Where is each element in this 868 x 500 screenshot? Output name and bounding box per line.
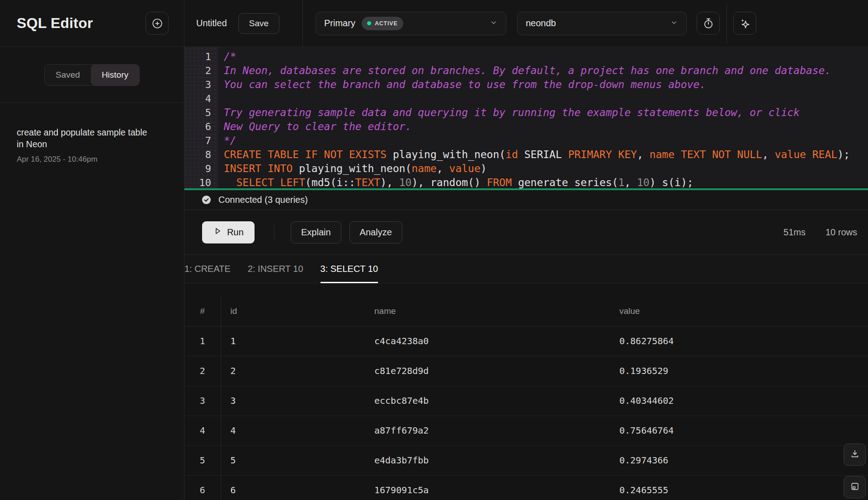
expand-results-button[interactable] [844,476,866,498]
table-cell: eccbc87e4b [370,386,615,416]
table-cell: 6 [221,475,370,500]
new-query-button[interactable] [146,12,169,35]
code-token: ), [380,177,399,188]
save-button[interactable]: Save [238,13,279,34]
table-row: 22c81e728d9d0.1936529 [184,356,868,386]
code-token: , [624,177,637,188]
column-header-value: value [615,297,868,326]
results-tab-2[interactable]: 2: INSERT 10 [248,255,303,283]
history-item[interactable]: create and populate sample table in Neon… [17,126,167,164]
table-cell: 0.2974366 [615,445,868,475]
code-token: name [650,149,675,160]
code-token: 10 [637,177,650,188]
page-title: SQL Editor [17,15,93,32]
download-results-button[interactable] [844,444,866,466]
table-cell: c81e728d9d [370,356,615,386]
line-number: 1 [184,50,211,64]
code-token: ); [837,149,850,160]
results-tab-1[interactable]: 1: CREATE [184,255,231,283]
code-token: , [637,149,650,160]
results-tab-3[interactable]: 3: SELECT 10 [321,255,378,283]
code-line: */ [224,134,868,148]
code-token: New Query to clear the editor. [224,121,411,132]
code-token: REAL [812,149,837,160]
table-cell: 2 [184,356,221,386]
query-toolbar: Run Explain Analyze 51ms 10 rows [184,210,868,254]
sql-code-editor[interactable]: 12345678910 /*In Neon, databases are sto… [184,47,868,190]
code-token [224,177,236,188]
line-number: 5 [184,106,211,120]
code-token: name [411,163,436,174]
row-count: 10 rows [826,227,857,238]
code-token: LEFT [280,177,305,188]
code-token: TEXT NOT NULL [681,149,762,160]
table-cell: 1 [184,326,221,356]
code-token: ), random() [411,177,486,188]
table-cell: 0.75646764 [615,416,868,445]
code-token: TEXT [355,177,380,188]
database-name: neondb [526,18,556,28]
code-token: 1 [618,177,624,188]
sidebar-tabs: SavedHistory [0,47,184,103]
results-panel: #idnamevalue 11c4ca4238a00.8627586422c81… [184,283,868,500]
table-row: 11c4ca4238a00.86275864 [184,326,868,356]
sql-editor-app: SQL Editor Untitled Save Primary ACTIVE [0,0,868,500]
connection-controls: Primary ACTIVE neondb [303,0,868,47]
line-number: 2 [184,64,211,78]
line-number-gutter: 12345678910 [184,47,218,190]
ai-assist-button[interactable] [733,12,756,35]
table-cell: 0.2465555 [615,475,868,500]
code-line: /* [224,50,868,64]
table-cell: 1679091c5a [370,475,615,500]
run-button[interactable]: Run [202,221,255,243]
table-cell: 0.86275864 [615,326,868,356]
branch-select[interactable]: Primary ACTIVE [316,12,506,35]
sidebar-tab-saved[interactable]: Saved [45,65,91,85]
code-token: generate_series( [512,177,618,188]
table-cell: c4ca4238a0 [370,326,615,356]
branch-status-badge: ACTIVE [362,17,403,30]
code-token: , [437,163,449,174]
table-cell: 3 [221,386,370,416]
code-line [224,92,868,106]
code-line: SELECT LEFT(md5(i::TEXT), 10), random() … [224,176,868,190]
code-token: You can select the branch and database t… [224,79,706,90]
result-tabs: 1: CREATE2: INSERT 103: SELECT 10 [184,254,868,283]
table-cell: 0.40344602 [615,386,868,416]
code-line: INSERT INTO playing_with_neon(name, valu… [224,162,868,176]
code-token: SERIAL [518,149,568,160]
table-cell: a87ff679a2 [370,416,615,445]
results-table: #idnamevalue 11c4ca4238a00.8627586422c81… [184,297,868,500]
code-line: CREATE TABLE IF NOT EXISTS playing_with_… [224,148,868,162]
explain-button[interactable]: Explain [291,221,341,243]
sidebar-tab-history[interactable]: History [91,65,139,85]
connection-status-bar: Connected (3 queries) [184,190,868,210]
code-token: 10 [399,177,412,188]
code-token: PRIMARY KEY [568,149,637,160]
history-item-date: Apr 16, 2025 - 10:46pm [17,155,167,164]
connection-status-text: Connected (3 queries) [218,195,308,205]
line-number: 4 [184,92,211,106]
document-header: Untitled Save [184,0,303,47]
table-row: 55e4da3b7fbb0.2974366 [184,445,868,475]
analyze-button[interactable]: Analyze [349,221,402,243]
toolbar-divider [274,224,274,240]
line-number: 8 [184,148,211,162]
chevron-down-icon [490,19,498,28]
code-lines: /*In Neon, databases are stored on branc… [218,47,868,190]
column-header-hash: # [184,297,221,326]
code-token: value [449,163,481,174]
table-row: 661679091c5a0.2465555 [184,475,868,500]
code-token: CREATE TABLE IF NOT EXISTS [224,149,387,160]
code-token: /* [224,51,236,62]
code-token: id [505,149,518,160]
code-token: ) s(i); [650,177,693,188]
table-header-row: #idnamevalue [184,297,868,326]
branch-name: Primary [324,18,355,28]
check-circle-icon [201,195,212,205]
database-select[interactable]: neondb [517,12,687,35]
code-token: */ [224,135,236,146]
line-number: 9 [184,162,211,176]
chevron-down-icon [670,19,678,28]
query-history-timer-button[interactable] [697,12,720,35]
